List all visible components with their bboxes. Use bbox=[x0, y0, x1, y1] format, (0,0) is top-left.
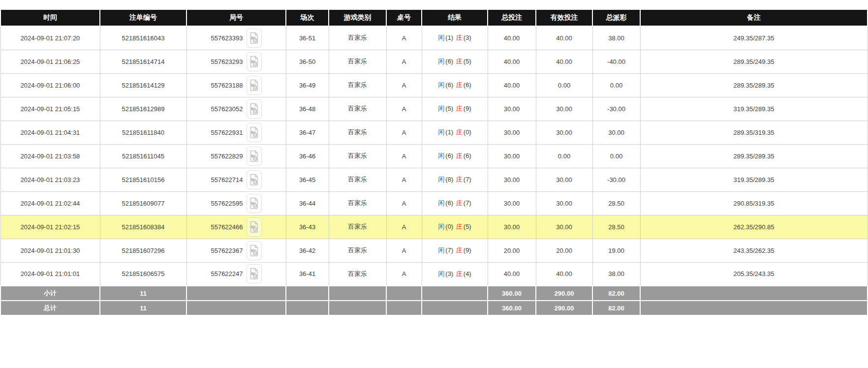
result-banker-label: 庄 bbox=[456, 34, 463, 41]
video-replay-icon[interactable] bbox=[247, 241, 262, 260]
total-empty-cell bbox=[286, 301, 329, 315]
cell-table-no: A bbox=[386, 215, 422, 239]
cell-result: 闲(8) 庄(7) bbox=[422, 168, 488, 191]
result-banker-score: (0) bbox=[464, 128, 471, 136]
cell-bet-id: 521851611840 bbox=[100, 121, 186, 144]
table-row[interactable]: 2024-09-01 21:06:25 521851614714 5576232… bbox=[0, 50, 868, 73]
subtotal-label: 小计 bbox=[0, 286, 100, 301]
cell-game-type: 百家乐 bbox=[329, 191, 386, 215]
table-row[interactable]: 2024-09-01 21:01:01 521851606575 5576222… bbox=[0, 262, 868, 286]
result-banker-score: (7) bbox=[464, 176, 471, 183]
table-row[interactable]: 2024-09-01 21:01:30 521851607296 5576223… bbox=[0, 239, 868, 262]
video-replay-icon[interactable] bbox=[247, 147, 262, 166]
subtotal-empty-cell bbox=[422, 286, 488, 301]
cell-remark: 289.35/319.35 bbox=[640, 121, 868, 144]
cell-total-bet: 30.00 bbox=[488, 168, 536, 191]
cell-time: 2024-09-01 21:02:15 bbox=[0, 215, 100, 239]
col-header-table-no: 桌号 bbox=[386, 9, 422, 26]
round-number: 557622367 bbox=[211, 247, 243, 254]
subtotal-empty-cell bbox=[386, 286, 422, 301]
table-row[interactable]: 2024-09-01 21:03:58 521851611045 5576228… bbox=[0, 144, 868, 168]
cell-bet-id: 521851611045 bbox=[100, 144, 186, 168]
result-player-score: (6) bbox=[445, 152, 453, 159]
cell-time: 2024-09-01 21:01:01 bbox=[0, 262, 100, 286]
result-player-label: 闲 bbox=[438, 58, 444, 65]
table-row[interactable]: 2024-09-01 21:02:15 521851608384 5576224… bbox=[0, 215, 868, 239]
cell-table-no: A bbox=[386, 262, 422, 286]
cell-game-type: 百家乐 bbox=[329, 144, 386, 168]
cell-valid-bet: 20.00 bbox=[536, 239, 592, 262]
cell-valid-bet: 40.00 bbox=[536, 50, 592, 73]
total-empty-cell bbox=[386, 301, 422, 315]
cell-bet-id: 521851607296 bbox=[100, 239, 186, 262]
cell-remark: 319.35/289.35 bbox=[640, 97, 868, 121]
col-header-remark: 备注 bbox=[640, 9, 868, 26]
cell-session: 36-46 bbox=[286, 144, 329, 168]
cell-round: 557623188 bbox=[186, 73, 286, 97]
result-banker-label: 庄 bbox=[456, 176, 463, 183]
col-header-round: 局号 bbox=[186, 9, 286, 26]
cell-valid-bet: 30.00 bbox=[536, 97, 592, 121]
cell-bet-id: 521851614714 bbox=[100, 50, 186, 73]
video-replay-icon[interactable] bbox=[247, 29, 262, 48]
video-replay-icon[interactable] bbox=[247, 76, 262, 95]
cell-game-type: 百家乐 bbox=[329, 168, 386, 191]
cell-result: 闲(5) 庄(9) bbox=[422, 97, 488, 121]
video-replay-icon[interactable] bbox=[247, 52, 262, 71]
table-row[interactable]: 2024-09-01 21:07:20 521851616043 5576233… bbox=[0, 26, 868, 50]
cell-total-payout: -30.00 bbox=[592, 97, 640, 121]
result-banker-label: 庄 bbox=[456, 105, 463, 112]
cell-game-type: 百家乐 bbox=[329, 262, 386, 286]
cell-result: 闲(7) 庄(9) bbox=[422, 239, 488, 262]
video-replay-icon[interactable] bbox=[247, 194, 262, 213]
cell-game-type: 百家乐 bbox=[329, 26, 386, 50]
cell-session: 36-49 bbox=[286, 73, 329, 97]
cell-total-payout: 28.50 bbox=[592, 215, 640, 239]
result-player-score: (3) bbox=[445, 270, 453, 277]
cell-table-no: A bbox=[386, 26, 422, 50]
col-header-result: 结果 bbox=[422, 9, 488, 26]
table-row[interactable]: 2024-09-01 21:02:44 521851609077 5576225… bbox=[0, 191, 868, 215]
cell-valid-bet: 40.00 bbox=[536, 262, 592, 286]
col-header-game-type: 游戏类别 bbox=[329, 9, 386, 26]
subtotal-empty-cell bbox=[640, 286, 868, 301]
table-row[interactable]: 2024-09-01 21:04:31 521851611840 5576229… bbox=[0, 121, 868, 144]
cell-total-bet: 40.00 bbox=[488, 50, 536, 73]
subtotal-count: 11 bbox=[100, 286, 186, 301]
video-replay-icon[interactable] bbox=[247, 264, 262, 283]
cell-remark: 243.35/262.35 bbox=[640, 239, 868, 262]
table-summary: 小计 11 360.00 290.00 82.00 总计 11 bbox=[0, 286, 868, 315]
result-banker-label: 庄 bbox=[456, 128, 463, 136]
cell-bet-id: 521851614129 bbox=[100, 73, 186, 97]
cell-valid-bet: 30.00 bbox=[536, 121, 592, 144]
cell-session: 36-47 bbox=[286, 121, 329, 144]
total-count: 11 bbox=[100, 301, 186, 315]
col-header-time: 时间 bbox=[0, 9, 100, 26]
subtotal-total-bet: 360.00 bbox=[488, 286, 536, 301]
cell-game-type: 百家乐 bbox=[329, 50, 386, 73]
table-row[interactable]: 2024-09-01 21:03:23 521851610156 5576227… bbox=[0, 168, 868, 191]
cell-remark: 289.35/249.35 bbox=[640, 50, 868, 73]
table-row[interactable]: 2024-09-01 21:05:15 521851612989 5576230… bbox=[0, 97, 868, 121]
table-row[interactable]: 2024-09-01 21:06:00 521851614129 5576231… bbox=[0, 73, 868, 97]
cell-round: 557622466 bbox=[186, 215, 286, 239]
cell-result: 闲(1) 庄(3) bbox=[422, 26, 488, 50]
subtotal-empty-cell bbox=[186, 286, 286, 301]
result-banker-score: (9) bbox=[464, 246, 471, 254]
round-number: 557622595 bbox=[211, 200, 243, 207]
video-replay-icon[interactable] bbox=[247, 170, 262, 189]
cell-remark: 205.35/243.35 bbox=[640, 262, 868, 286]
total-empty-cell bbox=[640, 301, 868, 315]
total-total-bet: 360.00 bbox=[488, 301, 536, 315]
video-replay-icon[interactable] bbox=[247, 99, 262, 119]
total-empty-cell bbox=[422, 301, 488, 315]
cell-session: 36-41 bbox=[286, 262, 329, 286]
result-player-label: 闲 bbox=[438, 223, 444, 230]
video-replay-icon[interactable] bbox=[247, 217, 262, 237]
cell-bet-id: 521851609077 bbox=[100, 191, 186, 215]
result-banker-score: (6) bbox=[464, 152, 471, 159]
cell-session: 36-42 bbox=[286, 239, 329, 262]
video-replay-icon[interactable] bbox=[247, 123, 262, 142]
cell-game-type: 百家乐 bbox=[329, 215, 386, 239]
cell-total-payout: -30.00 bbox=[592, 168, 640, 191]
